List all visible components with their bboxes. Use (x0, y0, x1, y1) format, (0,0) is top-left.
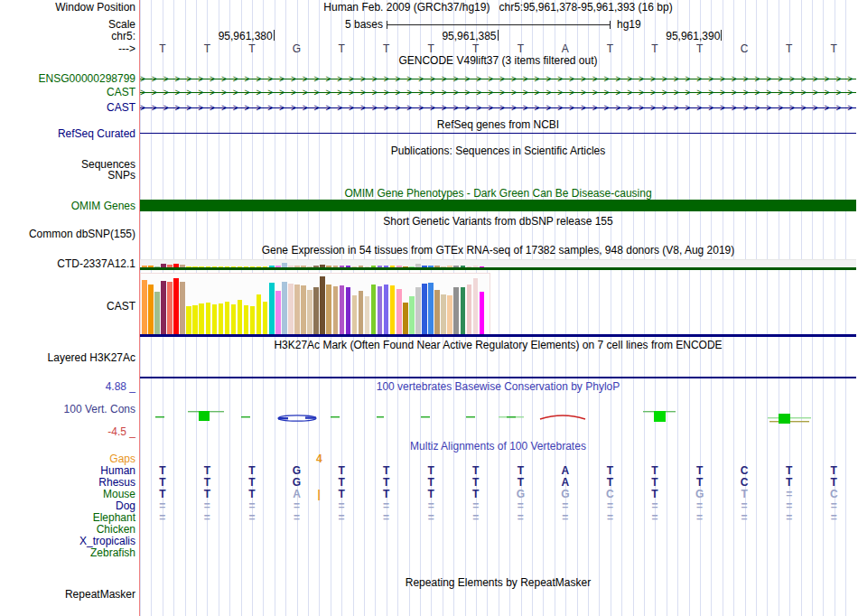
gtex-expression-bars[interactable] (140, 274, 856, 334)
gtex-mini-tissue-bar[interactable] (384, 266, 389, 267)
gtex-mini-tissue-bar[interactable] (409, 266, 415, 267)
gtex-tissue-bar[interactable] (212, 304, 218, 334)
gene-label[interactable]: CAST (107, 87, 135, 98)
gtex-tissue-bar[interactable] (378, 286, 383, 334)
gtex-mini-tissue-bar[interactable] (238, 266, 243, 267)
gtex-mini-tissue-bar[interactable] (473, 266, 479, 267)
gtex-mini-tissue-bar[interactable] (212, 266, 218, 267)
gtex-mini-tissue-bar[interactable] (167, 265, 173, 267)
refseq-track-title[interactable]: RefSeq genes from NCBI (140, 119, 856, 131)
gtex-mini-tissue-bar[interactable] (453, 266, 459, 267)
gtex-mini-tissue-bar[interactable] (378, 266, 383, 267)
gtex-mini-tissue-bar[interactable] (447, 266, 452, 267)
gtex-tissue-bar[interactable] (282, 282, 287, 334)
gtex-gene2-label[interactable]: CAST (107, 301, 135, 313)
gtex-tissue-bar[interactable] (326, 285, 331, 334)
gtex-tissue-bar[interactable] (301, 285, 306, 334)
gtex-mini-tissue-bar[interactable] (301, 266, 306, 267)
gene-exon-arrows[interactable]: >>>>>>>>>>>>>>>>>>>>>>>>>>>>>>>>>>>>>>>>… (140, 73, 856, 85)
gene-exon-arrows[interactable]: >>>>>>>>>>>>>>>>>>>>>>>>>>>>>>>>>>>>>>>>… (140, 102, 856, 114)
refseq-curated-label[interactable]: RefSeq Curated (58, 128, 135, 140)
conservation-track-title[interactable]: 100 vertebrates Basewise Conservation by… (140, 381, 856, 393)
gtex-mini-tissue-bar[interactable] (225, 266, 230, 267)
gtex-tissue-bar[interactable] (396, 289, 402, 334)
gtex-tissue-bar[interactable] (409, 296, 415, 334)
gtex-tissue-bar[interactable] (294, 285, 300, 334)
gtex-tissue-bar[interactable] (371, 285, 377, 334)
gtex-tissue-bar[interactable] (148, 285, 154, 334)
gtex-mini-tissue-bar[interactable] (173, 264, 179, 267)
gtex-mini-tissue-bar[interactable] (192, 266, 198, 267)
gtex-mini-tissue-bar[interactable] (326, 266, 331, 267)
gene-exon-arrows[interactable]: >>>>>>>>>>>>>>>>>>>>>>>>>>>>>>>>>>>>>>>>… (140, 87, 856, 98)
gtex-tissue-bar[interactable] (275, 291, 281, 334)
h3k27ac-baseline[interactable] (140, 377, 856, 378)
gtex-tissue-bar[interactable] (333, 286, 339, 334)
gtex-tissue-bar[interactable] (238, 300, 243, 334)
gtex-mini-tissue-bar[interactable] (434, 266, 440, 267)
repeatmasker-track-title[interactable]: Repeating Elements by RepeatMasker (140, 577, 856, 589)
dbsnp-track-title[interactable]: Short Genetic Variants from dbSNP releas… (140, 216, 856, 228)
gtex-tissue-bar[interactable] (467, 285, 472, 334)
gtex-tissue-bar[interactable] (154, 292, 160, 334)
gtex-tissue-bar[interactable] (288, 284, 294, 334)
gtex-tissue-bar[interactable] (219, 303, 224, 334)
publications-track-title[interactable]: Publications: Sequences in Scientific Ar… (140, 145, 856, 157)
omim-gene-bar[interactable] (140, 200, 856, 211)
gtex-mini-tissue-bar[interactable] (480, 266, 485, 267)
gtex-tissue-bar[interactable] (422, 284, 427, 334)
multiz-species-label[interactable]: Zebrafish (90, 547, 135, 559)
gtex-gene1-label[interactable]: CTD-2337A12.1 (57, 258, 135, 270)
gtex-mini-tissue-bar[interactable] (275, 266, 281, 267)
gtex-mini-tissue-bar[interactable] (244, 266, 249, 267)
repeatmasker-label[interactable]: RepeatMasker (65, 589, 135, 601)
gtex-tissue-bar[interactable] (180, 282, 185, 334)
gtex-tissue-bar[interactable] (167, 282, 173, 334)
layered-h3k27ac-label[interactable]: Layered H3K27Ac (48, 352, 135, 364)
gtex-mini-tissue-bar[interactable] (231, 266, 237, 267)
gtex-tissue-bar[interactable] (192, 305, 198, 334)
gtex-tissue-bar[interactable] (441, 294, 446, 334)
gtex-mini-tissue-bar[interactable] (320, 265, 325, 267)
gtex-mini-tissue-bar[interactable] (352, 266, 358, 267)
gene-label[interactable]: ENSG00000298799 (39, 73, 135, 85)
gtex-mini-tissue-bar[interactable] (313, 266, 319, 267)
gtex-tissue-bar[interactable] (269, 283, 275, 334)
gtex-tissue-bar[interactable] (365, 296, 370, 334)
gtex-mini-tissue-bar[interactable] (346, 266, 351, 267)
gtex-tissue-bar[interactable] (320, 276, 325, 334)
gtex-mini-tissue-bar[interactable] (333, 266, 339, 267)
gtex-tissue-bar[interactable] (415, 287, 421, 334)
gtex-tissue-bar[interactable] (231, 304, 237, 334)
gtex-tissue-bar[interactable] (173, 278, 179, 334)
gtex-tissue-bar[interactable] (453, 287, 459, 334)
gtex-mini-tissue-bar[interactable] (307, 266, 312, 267)
gtex-mini-tissue-bar[interactable] (206, 266, 211, 267)
gtex-tissue-bar[interactable] (384, 285, 389, 334)
omim-track-title[interactable]: OMIM Gene Phenotypes - Dark Green Can Be… (140, 188, 856, 200)
gtex-tissue-bar[interactable] (403, 303, 408, 334)
gtex-mini-tissue-bar[interactable] (371, 266, 377, 267)
gtex-tissue-bar[interactable] (199, 303, 204, 334)
gtex-tissue-bar[interactable] (340, 285, 345, 334)
gtex-mini-tissue-bar[interactable] (199, 266, 204, 267)
gtex-mini-tissue-bar[interactable] (288, 266, 294, 267)
gtex-mini-tissue-bar[interactable] (256, 266, 262, 267)
gtex-mini-tissue-bar[interactable] (294, 266, 300, 267)
gtex-tissue-bar[interactable] (142, 280, 147, 334)
refseq-gene-line[interactable] (140, 133, 856, 134)
gtex-tissue-bar[interactable] (390, 285, 396, 334)
omim-genes-label[interactable]: OMIM Genes (71, 201, 135, 212)
conservation-wiggle-plot[interactable] (0, 397, 858, 438)
gene-label[interactable]: CAST (107, 102, 135, 114)
gtex-mini-bars[interactable] (140, 253, 856, 267)
gtex-tissue-bar[interactable] (447, 295, 452, 334)
gtex-mini-tissue-bar[interactable] (219, 266, 224, 267)
gtex-mini-tissue-bar[interactable] (441, 266, 446, 267)
gtex-mini-tissue-bar[interactable] (340, 266, 345, 267)
gtex-gene1-model-line[interactable] (140, 267, 856, 270)
gtex-tissue-bar[interactable] (225, 302, 230, 334)
gtex-mini-tissue-bar[interactable] (282, 263, 287, 267)
gtex-tissue-bar[interactable] (263, 302, 268, 334)
gtex-mini-tissue-bar[interactable] (428, 266, 434, 267)
